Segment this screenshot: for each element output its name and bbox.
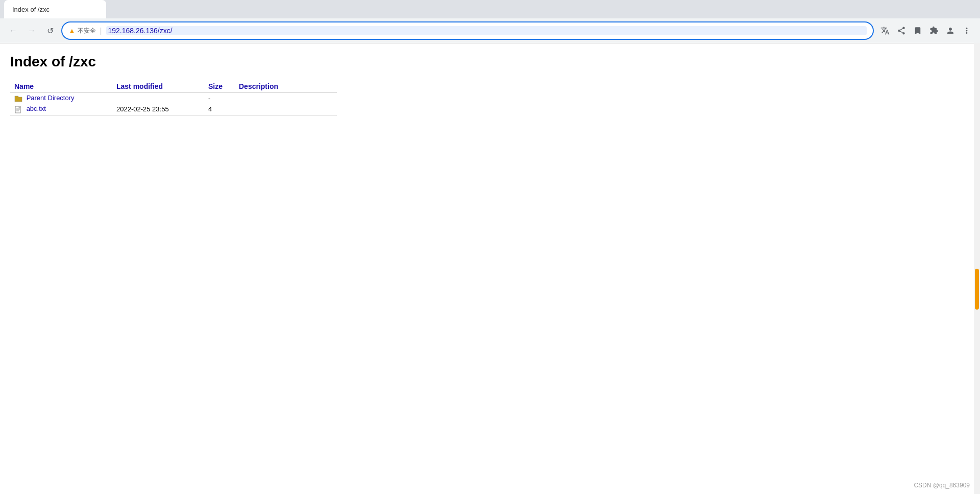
file-modified-cell: 2022-02-25 23:55 [112,104,204,114]
extensions-button[interactable] [927,23,941,38]
tab-bar: Index of /zxc [0,0,980,18]
address-text[interactable]: 192.168.26.136/zxc/ [106,26,867,35]
insecure-badge: ▲ 不安全 [68,27,96,35]
file-size-cell: - [204,93,235,104]
modified-sort-link[interactable]: Last modified [116,82,163,90]
directory-table: Name Last modified Size Description Pare… [10,80,337,115]
page-content: Index of /zxc Name Last modified Size De… [0,43,980,126]
translate-button[interactable] [878,23,892,38]
active-tab[interactable]: Index of /zxc [4,0,106,18]
file-modified-cell [112,93,204,104]
table-row: Parent Directory- [10,93,337,104]
divider: | [100,27,102,35]
size-sort-link[interactable]: Size [208,82,223,90]
file-icon [14,105,22,113]
file-name-cell: abc.txt [10,104,112,114]
file-description-cell [235,93,337,104]
file-link[interactable]: abc.txt [27,105,46,112]
refresh-button[interactable]: ↺ [43,23,57,38]
desc-sort-link[interactable]: Description [239,82,278,90]
table-row: abc.txt2022-02-25 23:554 [10,104,337,114]
scrollbar-track [974,43,980,126]
page-title: Index of /zxc [10,54,970,70]
tab-title: Index of /zxc [12,6,50,13]
toolbar-icons [878,23,974,38]
col-header-name: Name [10,80,112,92]
menu-button[interactable] [960,23,974,38]
file-size-cell: 4 [204,104,235,114]
col-header-modified: Last modified [112,80,204,92]
profile-button[interactable] [943,23,958,38]
forward-button[interactable]: → [24,23,39,38]
col-header-size: Size [204,80,235,92]
name-sort-link[interactable]: Name [14,82,34,90]
address-bar[interactable]: ▲ 不安全 | 192.168.26.136/zxc/ [61,21,874,40]
back-button[interactable]: ← [6,23,20,38]
folder-icon [14,94,22,103]
bookmark-button[interactable] [911,23,925,38]
toolbar: ← → ↺ ▲ 不安全 | 192.168.26.136/zxc/ [0,18,980,43]
warning-icon: ▲ [68,27,76,35]
file-description-cell [235,104,337,114]
parent-directory-link[interactable]: Parent Directory [27,94,75,102]
col-header-description: Description [235,80,337,92]
file-name-cell: Parent Directory [10,93,112,104]
browser-chrome: Index of /zxc ← → ↺ ▲ 不安全 | 192.168.26.1… [0,0,980,43]
share-button[interactable] [894,23,909,38]
insecure-label: 不安全 [78,27,96,35]
